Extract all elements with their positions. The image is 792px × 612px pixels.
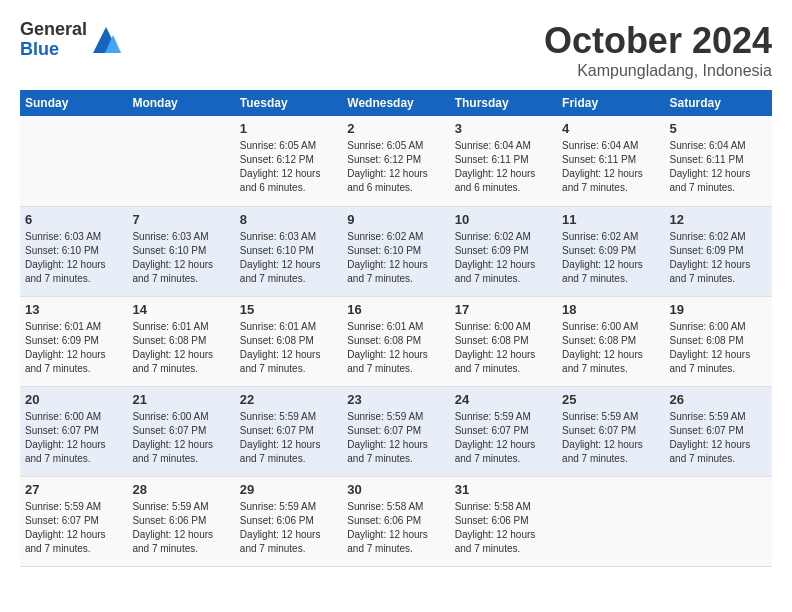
day-number: 8	[240, 212, 337, 227]
day-info: Sunrise: 6:01 AM Sunset: 6:09 PM Dayligh…	[25, 320, 122, 376]
day-info: Sunrise: 5:58 AM Sunset: 6:06 PM Dayligh…	[347, 500, 444, 556]
day-info: Sunrise: 6:00 AM Sunset: 6:08 PM Dayligh…	[562, 320, 659, 376]
header-saturday: Saturday	[665, 90, 772, 116]
day-cell: 2Sunrise: 6:05 AM Sunset: 6:12 PM Daylig…	[342, 116, 449, 206]
day-number: 1	[240, 121, 337, 136]
day-cell	[665, 476, 772, 566]
day-number: 4	[562, 121, 659, 136]
day-cell: 11Sunrise: 6:02 AM Sunset: 6:09 PM Dayli…	[557, 206, 664, 296]
day-number: 18	[562, 302, 659, 317]
day-info: Sunrise: 5:59 AM Sunset: 6:07 PM Dayligh…	[670, 410, 767, 466]
logo-blue-text: Blue	[20, 40, 87, 60]
day-number: 10	[455, 212, 552, 227]
day-cell: 12Sunrise: 6:02 AM Sunset: 6:09 PM Dayli…	[665, 206, 772, 296]
day-cell: 4Sunrise: 6:04 AM Sunset: 6:11 PM Daylig…	[557, 116, 664, 206]
day-info: Sunrise: 6:02 AM Sunset: 6:09 PM Dayligh…	[455, 230, 552, 286]
day-number: 11	[562, 212, 659, 227]
day-cell: 24Sunrise: 5:59 AM Sunset: 6:07 PM Dayli…	[450, 386, 557, 476]
logo-general-text: General	[20, 20, 87, 40]
calendar-header: SundayMondayTuesdayWednesdayThursdayFrid…	[20, 90, 772, 116]
day-info: Sunrise: 5:58 AM Sunset: 6:06 PM Dayligh…	[455, 500, 552, 556]
day-cell: 8Sunrise: 6:03 AM Sunset: 6:10 PM Daylig…	[235, 206, 342, 296]
page-header: General Blue October 2024 Kampungladang,…	[20, 20, 772, 80]
header-friday: Friday	[557, 90, 664, 116]
day-info: Sunrise: 6:02 AM Sunset: 6:09 PM Dayligh…	[562, 230, 659, 286]
header-sunday: Sunday	[20, 90, 127, 116]
header-row: SundayMondayTuesdayWednesdayThursdayFrid…	[20, 90, 772, 116]
day-number: 27	[25, 482, 122, 497]
day-number: 16	[347, 302, 444, 317]
day-cell: 22Sunrise: 5:59 AM Sunset: 6:07 PM Dayli…	[235, 386, 342, 476]
header-wednesday: Wednesday	[342, 90, 449, 116]
day-cell: 13Sunrise: 6:01 AM Sunset: 6:09 PM Dayli…	[20, 296, 127, 386]
logo: General Blue	[20, 20, 121, 60]
day-info: Sunrise: 6:02 AM Sunset: 6:09 PM Dayligh…	[670, 230, 767, 286]
day-cell	[20, 116, 127, 206]
day-info: Sunrise: 5:59 AM Sunset: 6:07 PM Dayligh…	[240, 410, 337, 466]
day-info: Sunrise: 6:01 AM Sunset: 6:08 PM Dayligh…	[132, 320, 229, 376]
header-thursday: Thursday	[450, 90, 557, 116]
title-block: October 2024 Kampungladang, Indonesia	[544, 20, 772, 80]
day-number: 21	[132, 392, 229, 407]
day-info: Sunrise: 6:04 AM Sunset: 6:11 PM Dayligh…	[455, 139, 552, 195]
day-cell: 10Sunrise: 6:02 AM Sunset: 6:09 PM Dayli…	[450, 206, 557, 296]
day-cell: 3Sunrise: 6:04 AM Sunset: 6:11 PM Daylig…	[450, 116, 557, 206]
logo-icon	[91, 25, 121, 55]
day-cell: 19Sunrise: 6:00 AM Sunset: 6:08 PM Dayli…	[665, 296, 772, 386]
day-cell: 23Sunrise: 5:59 AM Sunset: 6:07 PM Dayli…	[342, 386, 449, 476]
day-cell: 15Sunrise: 6:01 AM Sunset: 6:08 PM Dayli…	[235, 296, 342, 386]
day-info: Sunrise: 5:59 AM Sunset: 6:07 PM Dayligh…	[25, 500, 122, 556]
day-info: Sunrise: 5:59 AM Sunset: 6:06 PM Dayligh…	[132, 500, 229, 556]
day-cell: 17Sunrise: 6:00 AM Sunset: 6:08 PM Dayli…	[450, 296, 557, 386]
day-info: Sunrise: 6:02 AM Sunset: 6:10 PM Dayligh…	[347, 230, 444, 286]
day-number: 9	[347, 212, 444, 227]
day-cell: 6Sunrise: 6:03 AM Sunset: 6:10 PM Daylig…	[20, 206, 127, 296]
day-info: Sunrise: 6:05 AM Sunset: 6:12 PM Dayligh…	[240, 139, 337, 195]
day-number: 13	[25, 302, 122, 317]
day-number: 30	[347, 482, 444, 497]
day-info: Sunrise: 6:01 AM Sunset: 6:08 PM Dayligh…	[240, 320, 337, 376]
day-cell: 27Sunrise: 5:59 AM Sunset: 6:07 PM Dayli…	[20, 476, 127, 566]
day-number: 26	[670, 392, 767, 407]
header-monday: Monday	[127, 90, 234, 116]
day-cell: 9Sunrise: 6:02 AM Sunset: 6:10 PM Daylig…	[342, 206, 449, 296]
location-subtitle: Kampungladang, Indonesia	[544, 62, 772, 80]
week-row-1: 1Sunrise: 6:05 AM Sunset: 6:12 PM Daylig…	[20, 116, 772, 206]
day-number: 25	[562, 392, 659, 407]
day-info: Sunrise: 6:03 AM Sunset: 6:10 PM Dayligh…	[240, 230, 337, 286]
day-cell: 31Sunrise: 5:58 AM Sunset: 6:06 PM Dayli…	[450, 476, 557, 566]
week-row-4: 20Sunrise: 6:00 AM Sunset: 6:07 PM Dayli…	[20, 386, 772, 476]
day-number: 31	[455, 482, 552, 497]
day-cell: 14Sunrise: 6:01 AM Sunset: 6:08 PM Dayli…	[127, 296, 234, 386]
day-cell: 26Sunrise: 5:59 AM Sunset: 6:07 PM Dayli…	[665, 386, 772, 476]
day-number: 5	[670, 121, 767, 136]
day-info: Sunrise: 6:04 AM Sunset: 6:11 PM Dayligh…	[670, 139, 767, 195]
day-number: 14	[132, 302, 229, 317]
day-number: 19	[670, 302, 767, 317]
day-number: 17	[455, 302, 552, 317]
day-cell: 1Sunrise: 6:05 AM Sunset: 6:12 PM Daylig…	[235, 116, 342, 206]
day-cell: 28Sunrise: 5:59 AM Sunset: 6:06 PM Dayli…	[127, 476, 234, 566]
day-info: Sunrise: 6:04 AM Sunset: 6:11 PM Dayligh…	[562, 139, 659, 195]
calendar-table: SundayMondayTuesdayWednesdayThursdayFrid…	[20, 90, 772, 567]
day-info: Sunrise: 5:59 AM Sunset: 6:07 PM Dayligh…	[562, 410, 659, 466]
month-title: October 2024	[544, 20, 772, 62]
day-cell	[127, 116, 234, 206]
day-info: Sunrise: 5:59 AM Sunset: 6:06 PM Dayligh…	[240, 500, 337, 556]
day-info: Sunrise: 5:59 AM Sunset: 6:07 PM Dayligh…	[455, 410, 552, 466]
day-number: 3	[455, 121, 552, 136]
day-cell: 30Sunrise: 5:58 AM Sunset: 6:06 PM Dayli…	[342, 476, 449, 566]
day-cell: 25Sunrise: 5:59 AM Sunset: 6:07 PM Dayli…	[557, 386, 664, 476]
day-info: Sunrise: 6:05 AM Sunset: 6:12 PM Dayligh…	[347, 139, 444, 195]
day-number: 20	[25, 392, 122, 407]
day-number: 15	[240, 302, 337, 317]
day-number: 2	[347, 121, 444, 136]
day-cell: 18Sunrise: 6:00 AM Sunset: 6:08 PM Dayli…	[557, 296, 664, 386]
week-row-5: 27Sunrise: 5:59 AM Sunset: 6:07 PM Dayli…	[20, 476, 772, 566]
day-cell: 7Sunrise: 6:03 AM Sunset: 6:10 PM Daylig…	[127, 206, 234, 296]
day-info: Sunrise: 6:00 AM Sunset: 6:08 PM Dayligh…	[455, 320, 552, 376]
day-info: Sunrise: 6:03 AM Sunset: 6:10 PM Dayligh…	[25, 230, 122, 286]
day-info: Sunrise: 6:00 AM Sunset: 6:07 PM Dayligh…	[25, 410, 122, 466]
day-cell: 5Sunrise: 6:04 AM Sunset: 6:11 PM Daylig…	[665, 116, 772, 206]
day-cell: 29Sunrise: 5:59 AM Sunset: 6:06 PM Dayli…	[235, 476, 342, 566]
